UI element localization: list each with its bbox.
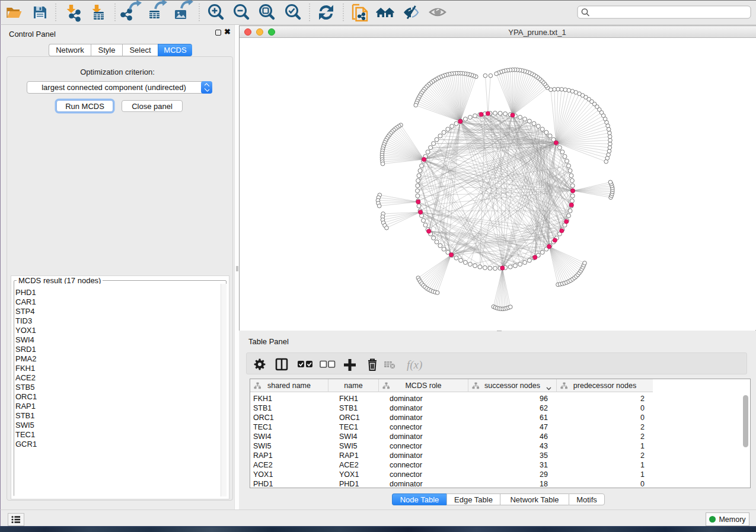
svg-text:f(x): f(x) bbox=[407, 358, 422, 371]
